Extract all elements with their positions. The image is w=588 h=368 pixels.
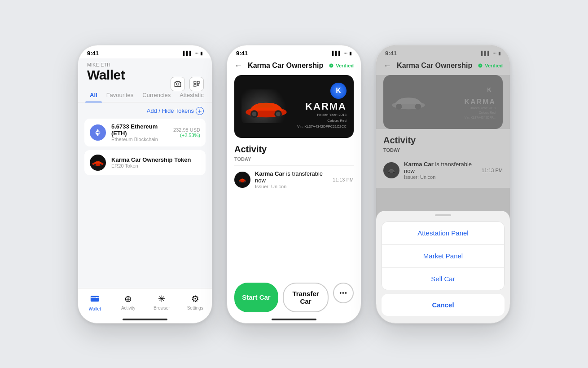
signal-icon-3: ▌▌▌ [481, 51, 491, 56]
karma-brand-dim: KARMA [464, 98, 496, 106]
add-tokens-button[interactable]: Add / Hide Tokens + [147, 107, 204, 115]
nav-activity[interactable]: ⊕ Activity [112, 293, 145, 310]
status-time-3: 9:41 [385, 50, 397, 57]
svg-point-19 [239, 181, 241, 183]
wallet-tabs: All Favourites Currencies Attestatic [78, 88, 212, 102]
activity-issuer-2: Issuer: Unicon [255, 184, 328, 189]
tab-currencies[interactable]: Currencies [138, 88, 175, 102]
activity-name-2: Karma Car is transferable now [255, 170, 328, 184]
status-icons-3: ▌▌▌ ⋅⋅⋅ ▮ [481, 51, 501, 56]
verified-badge-2: Verified [329, 63, 354, 68]
svg-point-20 [244, 181, 246, 183]
sheet-options-group: Attestation Panel Market Panel Sell Car [382, 222, 505, 290]
activity-info-2: Karma Car is transferable now Issuer: Un… [255, 170, 328, 189]
home-indicator-1 [123, 319, 167, 320]
signal-icon: ▌▌▌ [183, 51, 193, 56]
karma-token-info: Karma Car Ownership Token ER20 Token [111, 156, 200, 168]
browser-nav-icon: ✳ [158, 293, 166, 304]
svg-rect-1 [194, 81, 196, 84]
sell-car-option[interactable]: Sell Car [382, 267, 504, 290]
settings-nav-icon: ⚙ [191, 293, 199, 304]
sheet-handle [435, 214, 451, 216]
attestation-panel-option[interactable]: Attestation Panel [382, 222, 504, 244]
car-card-3: K KARMA Holden Year: 2013Colour: RedVin:… [383, 75, 503, 129]
phone-bottom-sheet: 9:41 ▌▌▌ ⋅⋅⋅ ▮ ← Karma Car Ownership Ver… [376, 45, 510, 324]
phone-car-detail: 9:41 ▌▌▌ ⋅⋅⋅ ▮ ← Karma Car Ownership Ver… [227, 45, 361, 324]
svg-point-25 [388, 172, 390, 173]
car-info-3: K KARMA Holden Year: 2013Colour: RedVin:… [464, 84, 496, 120]
nav-browser-label: Browser [154, 306, 170, 310]
wifi-icon: ⋅⋅⋅ [194, 51, 198, 56]
eth-token-info: 5.6733 Ethereum (ETH) Ethereum Blockchai… [111, 123, 168, 142]
activity-info-3: Karma Car is transferable now Issuer: Un… [404, 161, 477, 180]
activity-item-2[interactable]: Karma Car is transferable now Issuer: Un… [234, 165, 354, 194]
activity-time-2: 11:13 PM [333, 177, 354, 182]
bottom-nav: Wallet ⊕ Activity ✳ Browser ⚙ Settings [78, 288, 212, 319]
eth-token-value: 232.98 USD (+2.53%) [173, 127, 200, 138]
activity-date-3: TODAY [383, 147, 503, 153]
svg-rect-4 [197, 84, 198, 86]
car-image-dim [391, 89, 426, 114]
detail-header-3: ← Karma Car Ownership Verified [376, 58, 510, 75]
karma-token-name: Karma Car Ownership Token [111, 156, 200, 163]
more-dots-icon: ••• [339, 289, 347, 297]
wifi-icon-3: ⋅⋅⋅ [492, 51, 496, 56]
cancel-button[interactable]: Cancel [382, 294, 505, 316]
karma-circle: K [330, 83, 347, 99]
plus-icon: + [196, 107, 204, 115]
status-bar-3: 9:41 ▌▌▌ ⋅⋅⋅ ▮ [376, 45, 510, 58]
svg-marker-5 [98, 129, 101, 133]
svg-point-23 [415, 104, 421, 110]
detail-header-2: ← Karma Car Ownership Verified [227, 58, 361, 75]
wallet-nav-icon [90, 293, 100, 305]
battery-icon-3: ▮ [498, 51, 501, 56]
activity-icon-2 [234, 172, 250, 188]
nav-wallet[interactable]: Wallet [78, 293, 112, 311]
phone2-actions: Start Car Transfer Car ••• [227, 277, 361, 312]
status-time-1: 9:41 [87, 50, 99, 57]
back-button-2[interactable]: ← [234, 61, 242, 71]
start-car-button[interactable]: Start Car [234, 283, 278, 312]
svg-rect-3 [194, 84, 196, 87]
svg-rect-12 [91, 296, 99, 301]
car-detail-text: Holden Year: 2013 Colour: Red Vin: KL37A… [297, 112, 347, 129]
phone-wallet: 9:41 ▌▌▌ ⋅⋅⋅ ▮ MIKE.ETH Wallet [78, 45, 212, 324]
activity-section-2: Activity TODAY Karma Car is transferable… [227, 138, 361, 197]
token-row-karma[interactable]: Karma Car Ownership Token ER20 Token [84, 150, 206, 175]
tab-favourites[interactable]: Favourites [102, 88, 138, 102]
more-options-button[interactable]: ••• [333, 283, 354, 303]
car-card-2: K KARMA Holden Year: 2013 Colour: Red Vi… [234, 75, 354, 138]
back-button-3[interactable]: ← [383, 61, 391, 71]
verified-badge-3: Verified [478, 63, 503, 68]
status-bar-2: 9:41 ▌▌▌ ⋅⋅⋅ ▮ [227, 45, 361, 58]
bottom-sheet: Attestation Panel Market Panel Sell Car … [376, 211, 510, 323]
activity-nav-icon: ⊕ [124, 293, 132, 304]
svg-marker-6 [95, 129, 98, 133]
token-row-eth[interactable]: 5.6733 Ethereum (ETH) Ethereum Blockchai… [84, 119, 206, 146]
add-tokens-row: Add / Hide Tokens + [78, 102, 212, 119]
market-panel-option[interactable]: Market Panel [382, 244, 504, 267]
tab-attestatic[interactable]: Attestatic [175, 88, 208, 102]
transfer-car-button[interactable]: Transfer Car [283, 283, 329, 312]
status-icons-1: ▌▌▌ ⋅⋅⋅ ▮ [183, 51, 203, 56]
token-list: 5.6733 Ethereum (ETH) Ethereum Blockchai… [78, 119, 212, 204]
car-svg [244, 93, 289, 120]
nav-wallet-label: Wallet [89, 306, 101, 311]
activity-title-2: Activity [234, 144, 354, 155]
svg-marker-8 [95, 133, 98, 136]
eth-token-name: 5.6733 Ethereum (ETH) [111, 123, 168, 137]
tab-all[interactable]: All [85, 88, 102, 102]
status-time-2: 9:41 [236, 50, 248, 57]
activity-issuer-3: Issuer: Unicon [404, 174, 477, 180]
status-icons-2: ▌▌▌ ⋅⋅⋅ ▮ [332, 51, 352, 56]
activity-icon-3 [383, 162, 399, 178]
activity-name-3: Karma Car is transferable now [404, 161, 477, 174]
svg-point-26 [393, 172, 395, 173]
svg-rect-2 [197, 81, 199, 84]
nav-settings[interactable]: ⚙ Settings [179, 293, 212, 310]
svg-point-10 [94, 164, 96, 165]
svg-point-15 [252, 111, 256, 116]
nav-browser[interactable]: ✳ Browser [145, 293, 179, 310]
detail-title-2: Karma Car Ownership [248, 62, 323, 70]
svg-point-11 [100, 164, 101, 165]
